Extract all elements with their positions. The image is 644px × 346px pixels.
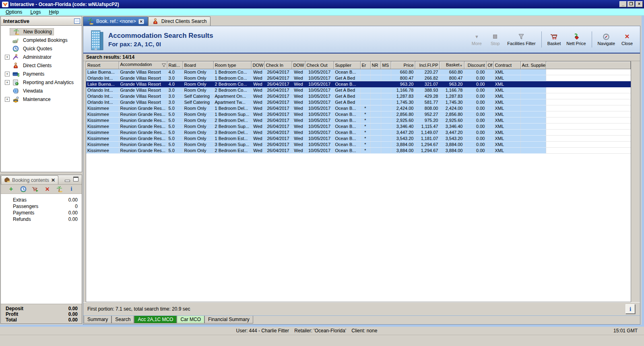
cell-check-in: 26/04/2017 — [264, 135, 292, 141]
cell-discount: 0.00 — [464, 117, 486, 123]
column-header-of[interactable]: Of — [486, 62, 493, 69]
expand-plus-icon[interactable]: + — [5, 55, 10, 60]
menu-help[interactable]: Help — [45, 9, 62, 15]
table-row[interactable]: KissimmeeReunion Grande Res...5.0Room On… — [86, 123, 631, 129]
expand-plus-icon[interactable]: + — [5, 72, 10, 76]
cell-check-in: 26/04/2017 — [264, 141, 292, 147]
expand-plus-icon[interactable]: + — [5, 97, 10, 102]
table-row[interactable]: KissimmeeReunion Grande Res...5.0Room On… — [86, 117, 631, 123]
bk-row-label: Extras — [13, 197, 27, 204]
add-button[interactable]: + — [8, 186, 14, 193]
table-row[interactable]: KissimmeeReunion Grande Res...5.0Room On… — [86, 141, 631, 147]
column-header-supplier[interactable]: Supplier — [334, 62, 360, 69]
table-row[interactable]: KissimmeeReunion Grande Res...5.0Room On… — [86, 147, 631, 153]
column-filter-icon[interactable] — [162, 63, 166, 68]
info-button[interactable]: i — [68, 186, 75, 193]
more-icon: ▼ — [475, 33, 479, 40]
column-header-act-supplier[interactable]: Act. Supplier — [520, 62, 546, 69]
basket-add-button[interactable] — [32, 186, 39, 193]
restore-button[interactable]: ❐ — [627, 1, 635, 7]
column-header-ms[interactable]: MS — [381, 62, 391, 69]
clock-button[interactable] — [20, 186, 27, 193]
table-row[interactable]: Orlando Int...Grande Villas Resort3.0Sel… — [86, 99, 631, 105]
cell-incl-fl-pp: 1,149.07 — [415, 129, 440, 135]
tab-close-icon[interactable]: ✕ — [138, 19, 144, 24]
sidebar-item-viewdata[interactable]: Viewdata — [1, 86, 82, 95]
column-header-resort[interactable]: Resort — [86, 62, 119, 69]
info-button[interactable]: i — [625, 304, 635, 314]
sidebar-item-maintenance[interactable]: + Maintenance — [1, 95, 82, 103]
sidebar-item-direct-clients[interactable]: Direct Clients — [1, 61, 82, 70]
bottom-tab-car-mco[interactable]: Car MCO — [177, 316, 204, 323]
navigate-button[interactable]: Navigate — [595, 32, 617, 47]
sidebar-item-reporting-and-analytics[interactable]: + i Reporting and Analytics — [1, 78, 82, 86]
bottom-tab-financial-summary[interactable]: Financial Summary — [204, 316, 253, 323]
column-header-basket[interactable]: Basket▼ — [440, 62, 464, 69]
sidebar-item-payments[interactable]: + $ Payments — [1, 70, 82, 78]
sidebar-item-administrator[interactable]: + Administrator — [1, 53, 82, 61]
column-header-contract[interactable]: Contract — [493, 62, 520, 69]
bottom-tab-search[interactable]: Search — [111, 316, 134, 323]
bottom-tab-summary[interactable]: Summary — [84, 316, 111, 323]
column-header-nr[interactable]: NR — [370, 62, 381, 69]
cell-basket: 1,287.83 — [440, 93, 464, 99]
table-row[interactable]: KissimmeeReunion Grande Res...5.0Room On… — [86, 111, 631, 117]
menu-options[interactable]: Options — [2, 9, 25, 15]
booking-contents-tab[interactable]: Booking contents ✕ — [1, 175, 58, 184]
nett-price-button[interactable]: Nett Price — [564, 32, 588, 47]
column-header-room-type[interactable]: Room type — [213, 62, 251, 69]
cell-contract: XML — [493, 87, 520, 93]
cell-filler — [546, 117, 631, 123]
cell-contract: XML — [493, 99, 520, 105]
bottom-tab-acc-2a-1c-mco[interactable]: Acc 2A,1C MCO — [134, 316, 177, 323]
table-row[interactable]: KissimmeeReunion Grande Res...5.0Room On… — [86, 129, 631, 135]
column-header-filler — [546, 62, 631, 69]
delete-button[interactable]: ✕ — [44, 186, 51, 193]
tab-direct-clients-search[interactable]: Direct Clients Search — [148, 16, 211, 26]
column-header-incl-fl-pp[interactable]: Incl.Fl.PP — [415, 62, 440, 69]
column-header-check-in[interactable]: Check In — [264, 62, 292, 69]
cell-contract: XML — [493, 147, 520, 153]
palm-tree-button[interactable] — [56, 186, 63, 193]
cell-nr — [370, 75, 381, 81]
cell-dow: Wed — [292, 69, 305, 75]
table-row[interactable]: KissimmeeReunion Grande Res...5.0Room On… — [86, 105, 631, 111]
sidebar-item-quick-quotes[interactable]: Quick Quotes — [1, 44, 82, 53]
column-header-discount[interactable]: Discount — [464, 62, 486, 69]
table-row[interactable]: Orlando Int...Grande Villas Resort3.0Roo… — [86, 75, 631, 81]
tab-book-ref-none[interactable]: Book. ref.: <none> ✕ — [83, 16, 148, 26]
column-header-check-out[interactable]: Check Out — [305, 62, 334, 69]
facilities-filter-button[interactable]: Facilities Filter — [505, 32, 538, 47]
cell-check-out: 10/05/2017 — [305, 117, 334, 123]
booking-contents-close-icon[interactable]: ✕ — [51, 177, 55, 183]
cell-price: 660.80 — [391, 69, 415, 75]
column-header-board[interactable]: Board — [183, 62, 213, 69]
panel-maximize-icon[interactable] — [73, 177, 78, 181]
column-header-dow[interactable]: DOW — [251, 62, 264, 69]
column-header-dow[interactable]: DOW — [292, 62, 305, 69]
cell-basket: 2,856.80 — [440, 111, 464, 117]
table-row[interactable]: Orlando Int...Grande Villas Resort3.0Sel… — [86, 93, 631, 99]
close-button[interactable]: ✕ Close — [618, 32, 636, 47]
basket-button[interactable]: Basket — [545, 32, 564, 47]
cell-check-out: 10/05/2017 — [305, 111, 334, 117]
sidebar-item-new-booking[interactable]: New Booking — [1, 27, 82, 36]
cell-ms — [381, 141, 391, 147]
column-header-rati[interactable]: Rati... — [167, 62, 183, 69]
expand-plus-icon[interactable]: + — [5, 80, 10, 85]
minimize-button[interactable]: _ — [619, 1, 627, 7]
sidebar-item-label: Quick Quotes — [21, 45, 54, 52]
column-header-accommodation[interactable]: Accommodation — [119, 62, 167, 69]
table-row[interactable]: Lake Buena...Grande Villas Resort4.0Room… — [86, 69, 631, 75]
column-header-er[interactable]: Er — [360, 62, 370, 69]
cell-accommodation: Grande Villas Resort — [119, 69, 167, 75]
panel-minimize-icon[interactable] — [65, 180, 70, 182]
table-row[interactable]: KissimmeeReunion Grande Res...5.0Room On… — [86, 135, 631, 141]
menu-logs[interactable]: Logs — [27, 9, 44, 15]
sidebar-item-completed-bookings[interactable]: Completed Bookings — [1, 36, 82, 44]
column-header-price[interactable]: Price — [391, 62, 415, 69]
panel-minimize-icon[interactable]: — — [74, 19, 80, 24]
table-row[interactable]: Orlando Int...Grande Villas Resort3.0Roo… — [86, 87, 631, 93]
close-window-button[interactable]: × — [636, 1, 643, 7]
table-row[interactable]: Lake Buena...Grande Villas Resort4.0Room… — [86, 81, 631, 87]
